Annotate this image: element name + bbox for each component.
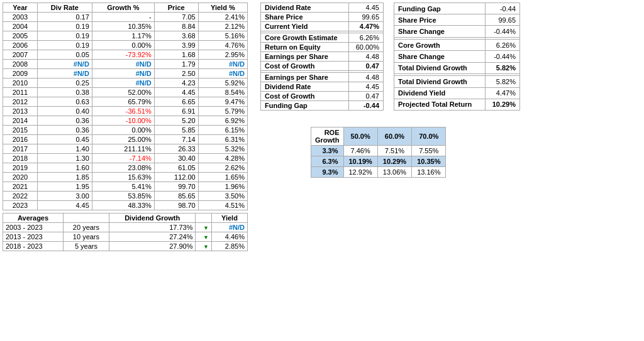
avg-row-cell: 2018 - 2023 <box>3 242 64 251</box>
table-row: 4.45 <box>154 88 198 97</box>
table-row: 4.76% <box>198 41 247 50</box>
metric-label: Dividend Rate <box>261 3 349 13</box>
table-row: -73.92% <box>92 50 154 60</box>
metric-label: Current Yield <box>261 22 349 31</box>
table-row: 85.65 <box>154 192 198 201</box>
table-row: 3.99 <box>154 41 198 50</box>
table-row: 211.11% <box>92 144 154 154</box>
table-row: 2007 <box>3 50 38 60</box>
table-row: 7.05 <box>154 13 198 22</box>
roe-cell: 7.46% <box>343 146 377 156</box>
table-row: 0.00% <box>92 41 154 50</box>
table-row: #N/D <box>92 78 154 88</box>
table-row: 3.00 <box>37 192 92 201</box>
roe-section: ROE Growth 50.0% 60.0% 70.0% 3.3%7.46%7.… <box>311 122 641 178</box>
avg-row-cell: 27.90% <box>109 242 196 251</box>
table-row: 25.00% <box>92 135 154 144</box>
avg-row-cell: 10 years <box>64 232 109 242</box>
metric-right-label: Total Diviend Growth <box>394 76 486 87</box>
metric-right-label: Projected Total Return <box>394 99 486 110</box>
metric-label: Return on Equity <box>261 43 349 52</box>
metric-value: 0.47 <box>349 92 384 101</box>
table-row: #N/D <box>37 60 92 69</box>
table-row: 2.41% <box>198 13 247 22</box>
roe-growth-label: 6.3% <box>311 156 344 167</box>
table-row: 2016 <box>3 135 38 144</box>
metric-value: 4.45 <box>349 82 384 92</box>
table-row: 0.19 <box>37 31 92 41</box>
table-row: 0.45 <box>37 135 92 144</box>
table-row: 2013 <box>3 107 38 116</box>
metric-right-value: 5.82% <box>486 76 520 87</box>
metric-right-label: Total Diviend Growth <box>394 62 486 73</box>
avg-row-cell: 2003 - 2023 <box>3 223 64 232</box>
metric-value: 6.26% <box>349 33 384 43</box>
col-div-rate: Div Rate <box>37 3 92 13</box>
metric-right-value: 5.82% <box>486 62 520 73</box>
roe-cell: 7.55% <box>412 146 446 156</box>
table-row: #N/D <box>198 60 247 69</box>
metric-label: Cost of Growth <box>261 92 349 101</box>
roe-table: ROE Growth 50.0% 60.0% 70.0% 3.3%7.46%7.… <box>311 127 446 178</box>
roe-col-60: 60.0% <box>377 127 411 146</box>
table-row: 5.16% <box>198 31 247 41</box>
table-row: 5.92% <box>198 78 247 88</box>
avg-col-years <box>64 214 109 223</box>
table-row: 2012 <box>3 97 38 107</box>
metric-value: 4.48 <box>349 73 384 82</box>
table-row: 112.00 <box>154 173 198 182</box>
metric-value: 4.45 <box>349 3 384 13</box>
table-row: 6.91 <box>154 107 198 116</box>
metric-label: Funding Gap <box>261 101 349 111</box>
metric-label: Dividend Rate <box>261 82 349 92</box>
avg-row-cell: 27.24% <box>109 232 196 242</box>
metric-right-label: Share Change <box>394 51 486 62</box>
table-row: 4.23 <box>154 78 198 88</box>
table-row: 1.96% <box>198 182 247 192</box>
table-row: #N/D <box>92 69 154 78</box>
table-row: 2.12% <box>198 22 247 31</box>
roe-cell: 13.16% <box>412 167 446 178</box>
table-row: 30.40 <box>154 154 198 163</box>
avg-col-yield: Yield <box>211 214 247 223</box>
table-row: 2018 <box>3 154 38 163</box>
metric-value: 4.47% <box>349 22 384 31</box>
metric-value: 99.65 <box>349 13 384 22</box>
avg-row-cell: #N/D <box>211 223 247 232</box>
table-row: 1.79 <box>154 60 198 69</box>
table-row: 98.70 <box>154 201 198 210</box>
col-yield: Yield % <box>198 3 247 13</box>
table-row: 2009 <box>3 69 38 78</box>
col-year: Year <box>3 3 38 13</box>
roe-cell: 12.92% <box>343 167 377 178</box>
right-section: Dividend Rate4.45Share Price99.65Current… <box>254 3 641 251</box>
table-row: 0.40 <box>37 107 92 116</box>
roe-col-50: 50.0% <box>343 127 377 146</box>
roe-cell: 10.35% <box>412 156 446 167</box>
metric-label: Share Price <box>261 13 349 22</box>
table-row: 61.05 <box>154 163 198 173</box>
table-row: 53.85% <box>92 192 154 201</box>
table-row: 2008 <box>3 60 38 69</box>
table-row: 1.30 <box>37 154 92 163</box>
table-row: 2.50 <box>154 69 198 78</box>
metric-label: Earnings per Share <box>261 52 349 62</box>
table-row: 0.05 <box>37 50 92 60</box>
main-data-table: Year Div Rate Growth % Price Yield % 200… <box>3 3 248 210</box>
metric-right-value: -0.44% <box>486 26 520 37</box>
table-row: 3.50% <box>198 192 247 201</box>
table-row: 0.17 <box>37 13 92 22</box>
table-row: 5.20 <box>154 116 198 126</box>
table-row: 2014 <box>3 116 38 126</box>
table-row: -7.14% <box>92 154 154 163</box>
table-row: 1.85 <box>37 173 92 182</box>
metric-right-value: 99.65 <box>486 14 520 26</box>
roe-growth-label: 3.3% <box>311 146 344 156</box>
table-row: 3.68 <box>154 31 198 41</box>
table-row: 1.60 <box>37 163 92 173</box>
roe-col-70: 70.0% <box>412 127 446 146</box>
table-row: 0.25 <box>37 78 92 88</box>
avg-row-cell: ▼ <box>196 242 211 251</box>
metric-value: 0.47 <box>349 62 384 71</box>
metric-value: -0.44 <box>349 101 384 111</box>
